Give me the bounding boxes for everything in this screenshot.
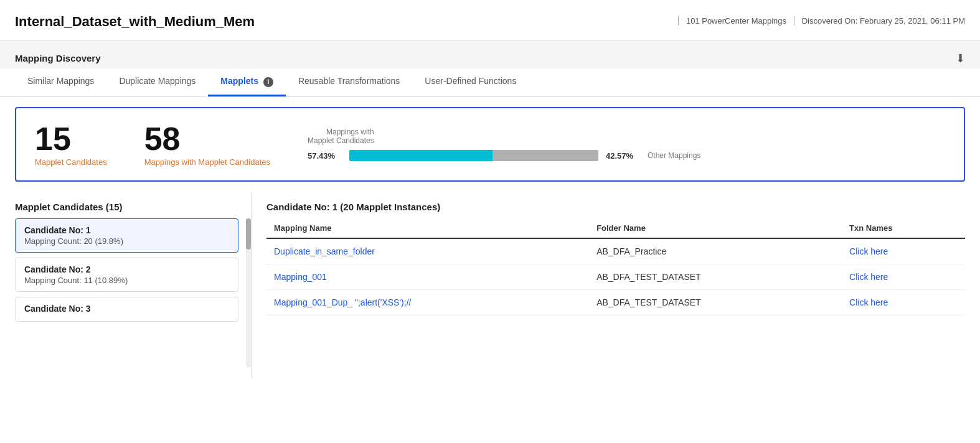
page-title: Internal_Dataset_with_Medium_Mem (15, 14, 255, 30)
bar-chart-section: Mappings with Mapplet Candidates 57.43% … (308, 128, 700, 161)
summary-box: 15 Mapplet Candidates 58 Mappings with M… (15, 107, 965, 182)
candidate-item[interactable]: Candidate No: 2 Mapping Count: 11 (10.89… (15, 258, 238, 292)
tab-similar-mappings[interactable]: Similar Mappings (15, 68, 106, 96)
candidate-count: Mapping Count: 20 (19.8%) (24, 236, 229, 246)
folder-name-cell: AB_DFA_Practice (589, 238, 842, 264)
mapplets-info-icon: i (263, 77, 273, 87)
bar-gray-segment (492, 150, 598, 161)
mappings-with-candidates-stat: 58 Mappings with Mapplet Candidates (144, 123, 270, 167)
candidate-item[interactable]: Candidate No: 3 (15, 297, 238, 322)
txn-names-link[interactable]: Click here (849, 246, 888, 256)
mapping-name-link[interactable]: Mapping_001 (274, 272, 327, 282)
left-panel-title: Mapplet Candidates (15) (15, 192, 251, 218)
mapplet-candidates-label: Mapplet Candidates (35, 157, 107, 167)
download-icon[interactable]: ⬇ (956, 52, 965, 65)
col-mapping-name: Mapping Name (266, 218, 589, 238)
tab-user-defined-functions[interactable]: User-Defined Functions (412, 68, 529, 96)
table-container: Mapping Name Folder Name Txn Names Dupli… (266, 218, 965, 315)
other-mappings-label: Other Mappings (648, 151, 700, 160)
mappings-with-candidates-label: Mappings with Mapplet Candidates (144, 157, 270, 167)
main-content: Mapplet Candidates (15) Candidate No: 1 … (0, 192, 980, 378)
txn-names-link[interactable]: Click here (849, 297, 888, 307)
txn-names-link[interactable]: Click here (849, 272, 888, 282)
section-title: Mapping Discovery (15, 48, 101, 68)
mapplet-candidates-count: 15 (35, 123, 71, 155)
table-row: Mapping_001 AB_DFA_TEST_DATASET Click he… (266, 264, 965, 290)
mappings-count: 101 PowerCenter Mappings (678, 16, 786, 26)
candidate-list: Candidate No: 1 Mapping Count: 20 (19.8%… (15, 218, 243, 327)
candidate-name: Candidate No: 2 (24, 264, 229, 274)
folder-name-cell: AB_DFA_TEST_DATASET (589, 290, 842, 315)
bar-pct-gray: 42.57% (606, 151, 640, 161)
tab-reusable-transformations[interactable]: Reusable Transformations (286, 68, 412, 96)
discovered-on: Discovered On: February 25, 2021, 06:11 … (794, 16, 965, 26)
mapping-name-link[interactable]: Mapping_001_Dup_ ";alert('XSS');// (274, 297, 411, 307)
page-header: Internal_Dataset_with_Medium_Mem 101 Pow… (0, 0, 980, 40)
candidate-item[interactable]: Candidate No: 1 Mapping Count: 20 (19.8%… (15, 218, 238, 253)
bar-chart (349, 150, 598, 161)
candidate-count: Mapping Count: 11 (10.89%) (24, 276, 229, 285)
bar-teal-segment (349, 150, 492, 161)
tabs-bar: Similar Mappings Duplicate Mappings Mapp… (0, 68, 980, 97)
bar-candidates-label: Mapplet Candidates (308, 136, 374, 145)
left-panel: Mapplet Candidates (15) Candidate No: 1 … (15, 192, 252, 378)
table-row: Mapping_001_Dup_ ";alert('XSS');// AB_DF… (266, 290, 965, 315)
col-txn-names: Txn Names (842, 218, 965, 238)
section-header: Mapping Discovery ⬇ (0, 40, 980, 68)
right-panel-title: Candidate No: 1 (20 Mapplet Instances) (266, 192, 965, 218)
mapplet-candidates-stat: 15 Mapplet Candidates (35, 123, 107, 167)
folder-name-cell: AB_DFA_TEST_DATASET (589, 264, 842, 290)
candidate-name: Candidate No: 1 (24, 225, 229, 235)
right-panel: Candidate No: 1 (20 Mapplet Instances) M… (252, 192, 965, 378)
col-folder-name: Folder Name (589, 218, 842, 238)
table-row: Duplicate_in_same_folder AB_DFA_Practice… (266, 238, 965, 264)
left-panel-scrollbar[interactable] (246, 218, 251, 368)
bar-pct-teal: 57.43% (308, 151, 342, 161)
mappings-table: Mapping Name Folder Name Txn Names Dupli… (266, 218, 965, 315)
mapping-name-link[interactable]: Duplicate_in_same_folder (274, 246, 375, 256)
header-meta: 101 PowerCenter Mappings Discovered On: … (673, 16, 965, 26)
tab-mapplets[interactable]: Mapplets i (208, 68, 286, 96)
candidate-name: Candidate No: 3 (24, 304, 229, 314)
mappings-with-candidates-count: 58 (144, 123, 181, 155)
bar-mappings-with-label: Mappings with (326, 128, 374, 136)
scrollbar-thumb[interactable] (246, 218, 251, 249)
tab-duplicate-mappings[interactable]: Duplicate Mappings (106, 68, 208, 96)
